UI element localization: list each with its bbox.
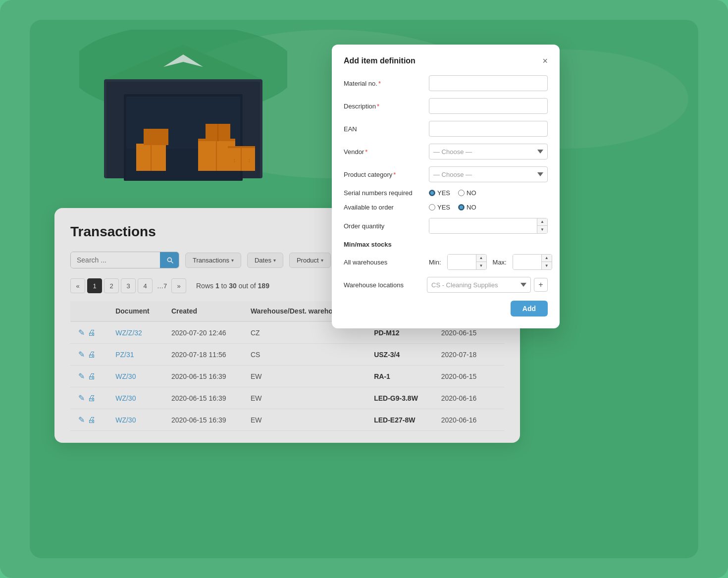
- serial-no-label[interactable]: NO: [458, 189, 476, 197]
- available-order-radio-group: YES NO: [429, 204, 548, 211]
- spinner-down[interactable]: ▼: [537, 226, 547, 233]
- max-spinner: ▲ ▼: [541, 255, 552, 269]
- modal-title: Add item definition: [344, 56, 416, 65]
- max-spinner-up[interactable]: ▲: [542, 255, 552, 262]
- spinner-up[interactable]: ▲: [537, 218, 547, 226]
- vendor-label: Vendor*: [344, 148, 423, 156]
- minmax-fields: Min: ▲ ▼ Max: ▲ ▼: [429, 254, 552, 270]
- warehouse-locations-label: Warehouse locations: [344, 281, 423, 289]
- serial-numbers-label: Serial numbers required: [344, 189, 423, 197]
- min-input-wrapper: ▲ ▼: [447, 254, 487, 270]
- serial-numbers-row: Serial numbers required YES NO: [344, 189, 548, 197]
- serial-numbers-radio-group: YES NO: [429, 189, 548, 197]
- minmax-section-title: Min/max stocks: [344, 241, 548, 248]
- min-input[interactable]: [448, 255, 476, 269]
- product-category-label: Product category*: [344, 171, 423, 178]
- add-item-modal: Add item definition × Material no.* Desc…: [332, 45, 560, 328]
- warehouse-locations-row: Warehouse locations CS - Cleaning Suppli…: [344, 277, 548, 293]
- max-input-wrapper: ▲ ▼: [513, 254, 552, 270]
- max-spinner-down[interactable]: ▼: [542, 262, 552, 269]
- vendor-row: Vendor* — Choose —: [344, 144, 548, 159]
- avail-no-radio[interactable]: [458, 204, 465, 210]
- ean-input[interactable]: [429, 121, 548, 137]
- modal-close-button[interactable]: ×: [542, 56, 548, 65]
- serial-yes-label[interactable]: YES: [429, 189, 450, 197]
- avail-no-label[interactable]: NO: [458, 204, 476, 211]
- material-no-input[interactable]: [429, 75, 548, 91]
- all-warehouses-row: All warehouses Min: ▲ ▼ Max: ▲ ▼: [344, 254, 548, 270]
- modal-header: Add item definition ×: [344, 56, 548, 65]
- order-quantity-row: Order quantity ▲ ▼: [344, 218, 548, 234]
- modal-footer: Add: [344, 301, 548, 316]
- order-quantity-input[interactable]: [429, 218, 537, 233]
- min-spinner-up[interactable]: ▲: [476, 255, 486, 262]
- product-category-row: Product category* — Choose —: [344, 166, 548, 182]
- all-warehouses-label: All warehouses: [344, 259, 423, 266]
- max-input[interactable]: [513, 255, 541, 269]
- material-no-label: Material no.*: [344, 80, 423, 87]
- order-quantity-label: Order quantity: [344, 222, 423, 230]
- material-no-row: Material no.*: [344, 75, 548, 91]
- warehouse-select-wrap: CS - Cleaning Supplies +: [427, 277, 548, 293]
- available-order-row: Available to order YES NO: [344, 204, 548, 211]
- serial-no-radio[interactable]: [458, 190, 465, 196]
- ean-row: EAN: [344, 121, 548, 137]
- description-row: Description*: [344, 98, 548, 114]
- product-category-select[interactable]: — Choose —: [429, 166, 548, 182]
- min-label: Min:: [429, 259, 441, 266]
- description-input[interactable]: [429, 98, 548, 114]
- warehouse-locations-select[interactable]: CS - Cleaning Supplies: [427, 277, 531, 293]
- add-warehouse-location-button[interactable]: +: [534, 278, 548, 292]
- serial-yes-radio[interactable]: [429, 190, 435, 196]
- available-order-label: Available to order: [344, 204, 423, 211]
- vendor-select[interactable]: — Choose —: [429, 144, 548, 159]
- add-item-button[interactable]: Add: [511, 301, 548, 316]
- avail-yes-radio[interactable]: [429, 204, 435, 210]
- order-quantity-spinner: ▲ ▼: [537, 218, 547, 233]
- avail-yes-label[interactable]: YES: [429, 204, 450, 211]
- order-quantity-input-wrapper: ▲ ▼: [429, 218, 548, 234]
- min-spinner-down[interactable]: ▼: [476, 262, 486, 269]
- max-label: Max:: [493, 259, 507, 266]
- min-spinner: ▲ ▼: [476, 255, 486, 269]
- description-label: Description*: [344, 103, 423, 110]
- ean-label: EAN: [344, 125, 423, 133]
